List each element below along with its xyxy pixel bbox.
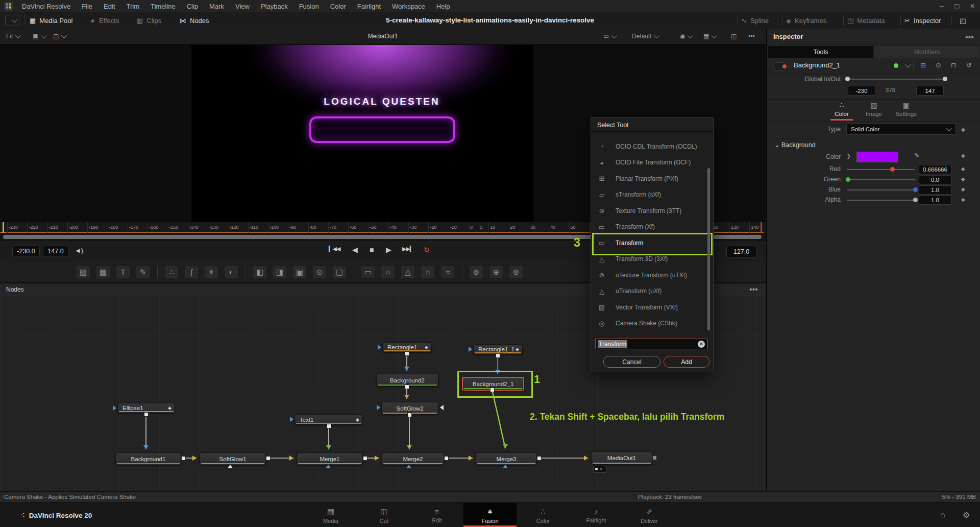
page-tab-edit[interactable]: ≡Edit xyxy=(410,503,463,527)
menu-item-fairlight[interactable]: Fairlight xyxy=(352,3,386,10)
output-port[interactable] xyxy=(405,351,409,356)
tab-settings[interactable]: ▣Settings xyxy=(893,101,919,117)
green-slider-handle[interactable] xyxy=(846,177,850,182)
alpha-slider-track[interactable] xyxy=(847,200,915,201)
stop-button[interactable]: ■ xyxy=(370,246,373,254)
maximize-window-icon[interactable]: ▢ xyxy=(949,3,965,10)
play-reverse-button[interactable]: ◀ xyxy=(352,246,357,254)
nodes-options-dots[interactable]: ••• xyxy=(749,285,758,294)
menu-item-fusion[interactable]: Fusion xyxy=(293,3,325,10)
node-softglow1[interactable]: SoftGlow1 xyxy=(200,452,266,465)
color-swatch[interactable] xyxy=(856,152,898,162)
paint-tool[interactable]: ✎ xyxy=(136,266,150,278)
channel-select-dropdown[interactable]: ◉ xyxy=(680,33,692,40)
magic-wand-tool[interactable]: ≈ xyxy=(441,266,454,278)
tool-item-camera-shake[interactable]: ◎Camera Shake (CShk) xyxy=(594,316,706,331)
keyframes-button[interactable]: ◈Keyframes xyxy=(786,15,826,26)
output-port[interactable] xyxy=(181,456,186,461)
ellipse-mask-tool[interactable]: ○ xyxy=(381,266,395,278)
global-out-field[interactable]: 147 xyxy=(916,86,944,95)
color-keyframe-diamond[interactable]: ◆ xyxy=(961,153,965,158)
output-port[interactable] xyxy=(652,456,657,460)
tab-image[interactable]: ▨Image xyxy=(861,101,887,117)
red-slider-handle[interactable] xyxy=(890,167,895,172)
page-tab-deliver[interactable]: ⇗Deliver xyxy=(623,503,676,527)
brightness-contrast-tool[interactable]: ☀ xyxy=(205,266,218,278)
page-tab-fusion[interactable]: ∗Fusion xyxy=(463,503,517,527)
popup-scrollbar[interactable] xyxy=(707,168,710,330)
tool-item-ocio-file-transform[interactable]: ◕OCIO File Transform (OCF) xyxy=(594,155,706,171)
tool-item-utransform[interactable]: △uTransform (uXf) xyxy=(594,283,706,299)
output-port[interactable] xyxy=(363,456,368,461)
text-plus-tool[interactable]: T xyxy=(116,266,130,278)
green-value-field[interactable]: 0.0 xyxy=(919,175,951,184)
menu-item-edit[interactable]: Edit xyxy=(98,3,120,10)
inspector-button[interactable]: ✂Inspector xyxy=(904,15,941,26)
node-ellipse1[interactable]: Ellipse1◈ xyxy=(117,403,175,413)
tool-item-vector-transform[interactable]: ▨Vector Transform (VXf) xyxy=(594,299,706,315)
menu-item-help[interactable]: Help xyxy=(431,3,456,10)
settings-gear-icon[interactable]: ⚙ xyxy=(963,510,970,520)
transform-tool[interactable]: ▢ xyxy=(333,266,346,278)
inspector-options-dots[interactable]: ••• xyxy=(965,33,974,42)
output-port[interactable] xyxy=(496,353,500,358)
output-port[interactable] xyxy=(266,456,271,461)
tool-item-stransform[interactable]: ▱sTransform (sXf) xyxy=(594,187,706,203)
input-arrow-icon[interactable] xyxy=(377,405,380,410)
lock-icon[interactable]: ⊓ xyxy=(951,61,956,69)
polygon-mask-tool[interactable]: △ xyxy=(401,266,414,278)
output-port[interactable] xyxy=(405,385,409,389)
tool-item-utexture-transform[interactable]: ⊚uTexture Transform (uTXf) xyxy=(594,267,706,283)
node-merge2[interactable]: Merge2 xyxy=(382,452,444,465)
alpha-value-field[interactable]: 1.0 xyxy=(919,196,951,205)
node-rectangle1-1[interactable]: Rectangle1_1◈ xyxy=(473,344,523,354)
chroma-keyer-tool[interactable]: ⊙ xyxy=(313,266,326,278)
tool-item-texture-transform[interactable]: ⊚Texture Transform (3TT) xyxy=(594,203,706,219)
type-dropdown[interactable]: Solid Color xyxy=(846,124,956,135)
viewer-options-dots[interactable]: ••• xyxy=(748,33,755,40)
menu-item-color[interactable]: Color xyxy=(325,3,352,10)
range-in-field[interactable]: -230.0 xyxy=(12,246,40,256)
go-to-start-button[interactable]: ▎◀◀ xyxy=(329,246,340,252)
speaker-icon[interactable]: ◄) xyxy=(75,247,83,254)
menu-item-davinci-resolve[interactable]: DaVinci Resolve xyxy=(16,3,76,10)
dual-monitor-icon[interactable]: ◰ xyxy=(960,15,966,26)
blue-keyframe-diamond[interactable]: ◆ xyxy=(961,186,965,192)
output-port[interactable] xyxy=(327,424,331,428)
bspline-mask-tool[interactable]: ∩ xyxy=(421,266,434,278)
page-tab-fairlight[interactable]: ♪Fairlight xyxy=(570,503,623,527)
alpha-slider-handle[interactable] xyxy=(913,198,918,202)
clone-icon[interactable]: ⊞ xyxy=(920,61,926,69)
tool-item-planar-transform[interactable]: ⊞Planar Transform (PXf) xyxy=(594,171,706,186)
tool-item-transform-xf[interactable]: ▭Transform (Xf) xyxy=(594,219,706,235)
output-port[interactable] xyxy=(444,456,449,461)
viewer-dot-right[interactable] xyxy=(600,468,602,470)
mask-input-arrow-icon[interactable] xyxy=(406,465,411,468)
color-curves-tool[interactable]: ∫ xyxy=(185,266,198,278)
prender-tool[interactable]: ⊛ xyxy=(509,266,523,278)
global-in-handle[interactable] xyxy=(845,77,850,81)
menu-item-mark[interactable]: Mark xyxy=(204,3,230,10)
blue-slider-handle[interactable] xyxy=(913,187,918,192)
tool-item-ocio-cdl-transform[interactable]: ◔OCIO CDL Transform (OCDL) xyxy=(594,138,706,154)
global-out-handle[interactable] xyxy=(943,77,947,81)
menu-item-clip[interactable]: Clip xyxy=(181,3,204,10)
pemitter-tool[interactable]: ⊚ xyxy=(470,266,483,278)
type-keyframe-diamond[interactable]: ◆ xyxy=(961,127,965,132)
global-inout-slider[interactable] xyxy=(847,79,945,80)
menu-item-workspace[interactable]: Workspace xyxy=(386,3,431,10)
page-tab-color[interactable]: ∴Color xyxy=(517,503,570,527)
tool-search-input[interactable]: Transform ✕ xyxy=(595,339,708,349)
rectangle-mask-tool[interactable]: ▭ xyxy=(361,266,375,278)
global-in-field[interactable]: -230 xyxy=(848,86,875,95)
red-value-field[interactable]: 0.666666 xyxy=(919,165,951,174)
node-rectangle1[interactable]: Rectangle1◈ xyxy=(382,342,432,352)
reset-icon[interactable]: ↺ xyxy=(966,61,972,69)
background-section-header[interactable]: ⌄ Background xyxy=(774,141,816,149)
blue-value-field[interactable]: 1.0 xyxy=(919,185,951,195)
loop-button[interactable]: ↻ xyxy=(424,246,429,254)
menu-item-playback[interactable]: Playback xyxy=(255,3,293,10)
page-tab-media[interactable]: ▦Media xyxy=(304,503,357,527)
viewer-default-dropdown[interactable]: Default xyxy=(632,33,658,40)
merge-tool[interactable]: ◧ xyxy=(253,266,266,278)
